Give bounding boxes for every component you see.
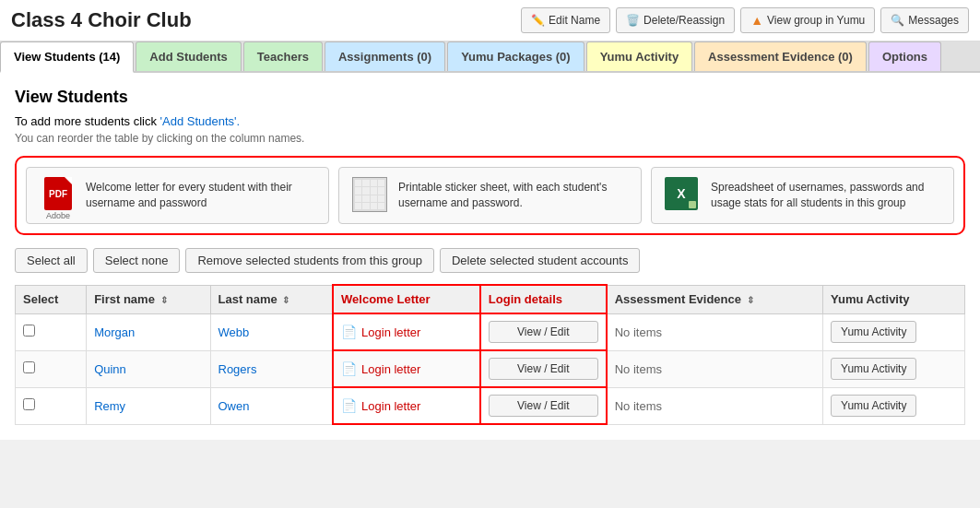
student-first-name-link[interactable]: Quinn: [94, 362, 126, 376]
select-cell: [16, 350, 87, 387]
excel-icon: X: [665, 177, 702, 214]
pencil-icon: ✏️: [531, 14, 545, 27]
first-name-cell: Remy: [87, 387, 210, 424]
login-letter-button[interactable]: 📄Login letter: [341, 325, 420, 339]
spreadsheet-card[interactable]: X Spreadsheet of usernames, passwords an…: [651, 167, 954, 224]
view-edit-button[interactable]: View / Edit: [489, 358, 598, 380]
first-name-cell: Quinn: [87, 350, 210, 387]
sticker-sheet-text: Printable sticker sheet, with each stude…: [398, 180, 628, 211]
delete-selected-button[interactable]: Delete selected student accounts: [440, 248, 641, 273]
col-header-first-name[interactable]: First name ⇕: [87, 285, 210, 313]
pdf-small-icon: 📄: [341, 361, 357, 376]
remove-selected-button[interactable]: Remove selected students from this group: [185, 248, 434, 273]
tab-yumu-activity[interactable]: Yumu Activity: [586, 41, 692, 71]
student-last-name-link[interactable]: Webb: [218, 325, 250, 339]
pdf-small-icon: 📄: [341, 325, 357, 339]
login-letter-button[interactable]: 📄Login letter: [341, 398, 420, 413]
view-edit-button[interactable]: View / Edit: [489, 321, 598, 343]
reorder-instruction: You can reorder the table by clicking on…: [15, 132, 965, 145]
student-last-name-link[interactable]: Rogers: [218, 362, 257, 376]
sort-arrow-first-name: ⇕: [160, 295, 168, 305]
header: Class 4 Choir Club ✏️ Edit Name 🗑️ Delet…: [0, 0, 980, 41]
page-wrapper: Class 4 Choir Club ✏️ Edit Name 🗑️ Delet…: [0, 0, 980, 440]
add-instruction: To add more students click 'Add Students…: [15, 114, 965, 128]
yumu-icon: ▲: [750, 13, 763, 28]
select-all-button[interactable]: Select all: [15, 248, 88, 273]
student-checkbox[interactable]: [23, 398, 35, 410]
header-actions: ✏️ Edit Name 🗑️ Delete/Reassign ▲ View g…: [521, 7, 969, 33]
tab-view-students[interactable]: View Students (14): [0, 41, 134, 73]
yumu-activity-button[interactable]: Yumu Activity: [831, 395, 916, 417]
view-edit-button[interactable]: View / Edit: [489, 395, 598, 417]
sticker-icon: [352, 177, 389, 214]
col-header-login-details: Login details: [480, 285, 607, 313]
spreadsheet-text: Spreadsheet of usernames, passwords and …: [711, 180, 940, 211]
section-title: View Students: [15, 88, 965, 107]
student-first-name-link[interactable]: Morgan: [94, 325, 135, 339]
col-header-yumu-activity: Yumu Activity: [823, 285, 965, 313]
student-last-name-link[interactable]: Owen: [218, 399, 250, 413]
login-letter-button[interactable]: 📄Login letter: [341, 361, 420, 376]
select-none-button[interactable]: Select none: [93, 248, 181, 273]
select-cell: [16, 387, 87, 424]
delete-reassign-button[interactable]: 🗑️ Delete/Reassign: [616, 7, 735, 33]
bulk-actions: Select all Select none Remove selected s…: [15, 248, 965, 273]
assessment-evidence-cell: No items: [607, 387, 823, 424]
col-header-assessment-evidence[interactable]: Assessment Evidence ⇕: [607, 285, 823, 313]
student-checkbox[interactable]: [23, 325, 35, 337]
table-row: RemyOwen📄Login letterView / EditNo items…: [16, 387, 965, 424]
yumu-activity-cell: Yumu Activity: [823, 350, 965, 387]
welcome-letter-card[interactable]: PDF Adobe Welcome letter for every stude…: [26, 167, 329, 224]
welcome-letter-cell: 📄Login letter: [333, 313, 480, 350]
select-cell: [16, 313, 87, 350]
yumu-activity-button[interactable]: Yumu Activity: [831, 358, 916, 380]
welcome-letter-cell: 📄Login letter: [333, 350, 480, 387]
student-checkbox[interactable]: [23, 361, 35, 373]
col-header-welcome-letter: Welcome Letter: [333, 285, 480, 313]
yumu-activity-cell: Yumu Activity: [823, 387, 965, 424]
tab-add-students[interactable]: Add Students: [136, 41, 242, 71]
yumu-activity-cell: Yumu Activity: [823, 313, 965, 350]
view-yumu-button[interactable]: ▲ View group in Yumu: [740, 7, 875, 33]
sticker-sheet-card[interactable]: Printable sticker sheet, with each stude…: [338, 167, 642, 224]
pdf-icon: PDF Adobe: [40, 177, 77, 214]
sort-arrow-last-name: ⇕: [282, 295, 289, 305]
assessment-evidence-cell: No items: [607, 313, 823, 350]
welcome-letter-cell: 📄Login letter: [333, 387, 480, 424]
login-details-cell: View / Edit: [480, 313, 607, 350]
main-content: View Students To add more students click…: [0, 73, 980, 440]
last-name-cell: Owen: [210, 387, 333, 424]
assessment-evidence-cell: No items: [607, 350, 823, 387]
last-name-cell: Webb: [210, 313, 333, 350]
yumu-activity-button[interactable]: Yumu Activity: [831, 321, 916, 343]
tab-assessment-evidence[interactable]: Assessment Evidence (0): [694, 41, 867, 71]
table-row: QuinnRogers📄Login letterView / EditNo it…: [16, 350, 965, 387]
add-students-link[interactable]: 'Add Students'.: [160, 114, 241, 128]
pdf-small-icon: 📄: [341, 398, 357, 413]
last-name-cell: Rogers: [210, 350, 333, 387]
students-table: Select First name ⇕ Last name ⇕ Welcome …: [15, 284, 965, 425]
login-details-cell: View / Edit: [480, 350, 607, 387]
search-icon: 🔍: [891, 14, 904, 27]
trash-icon: 🗑️: [626, 14, 640, 27]
welcome-letter-text: Welcome letter for every student with th…: [86, 180, 315, 211]
page-title: Class 4 Choir Club: [11, 8, 192, 32]
student-first-name-link[interactable]: Remy: [94, 399, 125, 413]
tab-teachers[interactable]: Teachers: [243, 41, 323, 71]
tab-assignments[interactable]: Assignments (0): [325, 41, 445, 71]
messages-button[interactable]: 🔍 Messages: [880, 7, 969, 33]
sort-arrow-assessment: ⇕: [747, 295, 754, 305]
tab-yumu-packages[interactable]: Yumu Packages (0): [447, 41, 584, 71]
col-header-select: Select: [16, 285, 87, 313]
tabs-bar: View Students (14) Add Students Teachers…: [0, 41, 980, 73]
table-row: MorganWebb📄Login letterView / EditNo ite…: [16, 313, 965, 350]
tab-options[interactable]: Options: [868, 41, 941, 71]
first-name-cell: Morgan: [87, 313, 210, 350]
edit-name-button[interactable]: ✏️ Edit Name: [521, 7, 610, 33]
action-cards-container: PDF Adobe Welcome letter for every stude…: [15, 156, 965, 235]
col-header-last-name[interactable]: Last name ⇕: [210, 285, 333, 313]
login-details-cell: View / Edit: [480, 387, 607, 424]
